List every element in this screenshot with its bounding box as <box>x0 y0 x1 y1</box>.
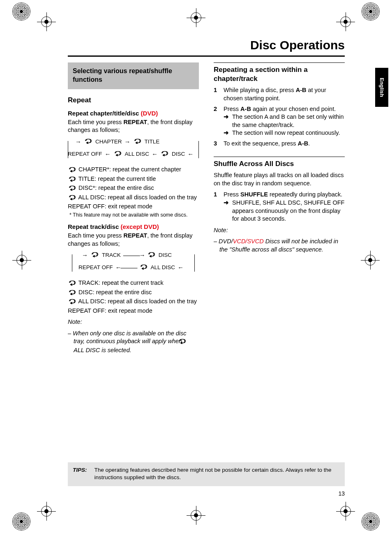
arrow-left-icon: ← <box>105 150 111 158</box>
list-item: 3 To exit the sequence, press A-B. <box>214 140 345 148</box>
shuffle-heading: Shuffle Across All Discs <box>214 157 345 169</box>
tips-label: TIPS: <box>73 466 87 481</box>
arrow-left-icon: ←——— <box>115 263 137 272</box>
arrow-right-icon: ➜ <box>224 129 229 137</box>
note-body: – DVD/VCD/SVCD Discs will not be include… <box>214 238 345 254</box>
crosshair-icon <box>361 251 380 270</box>
arrow-left-icon: ← <box>152 150 158 158</box>
crosshair-icon <box>336 502 355 521</box>
arrow-right-icon: ➜ <box>224 199 229 223</box>
list-item: 1 Press SHUFFLE repeatedly during playba… <box>214 191 345 223</box>
content-area: Disc Operations English Selecting variou… <box>68 37 345 500</box>
page-number: 13 <box>338 490 345 498</box>
repeat-icon <box>68 298 77 307</box>
note-body: – When only one disc is available on the… <box>68 330 199 355</box>
text-red: (except DVD) <box>120 223 159 230</box>
registration-mark <box>362 2 380 21</box>
page-title: Disc Operations <box>68 37 345 57</box>
arrow-left-icon: ← <box>187 150 194 158</box>
tips-text: The operating features described here mi… <box>95 466 340 481</box>
tips-box: TIPS: The operating features described h… <box>68 462 345 486</box>
paragraph: Each time you press REPEAT, the front di… <box>68 118 199 134</box>
left-column: Selecting various repeat/shuffle functio… <box>68 62 199 358</box>
arrow-right-icon: → <box>82 251 88 259</box>
columns: Selecting various repeat/shuffle functio… <box>68 62 345 358</box>
text: Repeat track/disc <box>68 223 120 230</box>
repeat-icon <box>133 138 142 146</box>
repeat-icon <box>68 194 77 203</box>
note-label: Note: <box>214 226 345 235</box>
text: Repeat chapter/title/disc <box>68 110 141 117</box>
arrow-right-icon: → <box>125 138 131 146</box>
shuffle-steps: 1 Press SHUFFLE repeatedly during playba… <box>214 191 345 223</box>
repeat-nondvd-sequence: → TRACK ———→ DISC REPEAT OFF ←——— ALL DI… <box>68 251 199 275</box>
repeat-icon <box>160 150 169 158</box>
paragraph: Each time you press REPEAT, the front di… <box>68 232 199 248</box>
page: Disc Operations English Selecting variou… <box>0 0 392 533</box>
repeat-icon <box>68 185 77 193</box>
repeat-dvd-sequence: → CHAPTER → TITLE REPEAT OFF ← ALL DISC … <box>68 138 199 162</box>
repeat-icon <box>68 166 77 175</box>
repeat-icon <box>68 280 77 288</box>
footnote: * This feature may not be available with… <box>68 212 199 219</box>
arrow-right-icon: ———→ <box>123 251 145 259</box>
repeat-icon <box>113 150 122 158</box>
repeat-nondvd-subheading: Repeat track/disc (except DVD) <box>68 223 199 231</box>
repeat-nondvd-definitions: TRACK: repeat the current track DISC: re… <box>68 279 199 315</box>
arrow-right-icon: ➜ <box>224 113 229 129</box>
crosshair-icon <box>37 12 56 31</box>
crosshair-icon <box>12 251 31 270</box>
repeat-dvd-subheading: Repeat chapter/title/disc (DVD) <box>68 109 199 118</box>
repeat-icon <box>68 176 77 184</box>
ab-steps: 1 While playing a disc, press A-B at you… <box>214 86 345 148</box>
registration-mark <box>12 512 30 531</box>
list-item: 2 Press A-B again at your chosen end poi… <box>214 105 345 137</box>
repeat-icon <box>68 289 77 298</box>
repeat-icon <box>90 252 99 259</box>
text-red: (DVD) <box>141 110 158 117</box>
repeat-icon <box>84 138 93 146</box>
registration-mark <box>362 512 380 531</box>
ab-heading: Repeating a section within a chapter/tra… <box>214 62 345 84</box>
right-column: Repeating a section within a chapter/tra… <box>214 62 345 358</box>
paragraph: Shuffle feature plays all tracks on all … <box>214 171 345 187</box>
section-box-heading: Selecting various repeat/shuffle functio… <box>68 62 199 89</box>
arrow-right-icon: → <box>75 138 81 146</box>
crosshair-icon <box>187 506 205 525</box>
note-label: Note: <box>68 318 199 326</box>
list-item: 1 While playing a disc, press A-B at you… <box>214 86 345 102</box>
repeat-dvd-definitions: CHAPTER*: repeat the current chapter TIT… <box>68 166 199 211</box>
repeat-icon <box>139 264 148 272</box>
crosshair-icon <box>187 8 205 27</box>
language-tab: English <box>375 68 388 107</box>
registration-mark <box>12 2 30 21</box>
crosshair-icon <box>336 12 355 31</box>
crosshair-icon <box>37 502 56 521</box>
repeat-icon <box>147 252 156 259</box>
arrow-left-icon: ← <box>178 263 184 272</box>
repeat-heading: Repeat <box>68 96 199 105</box>
repeat-icon <box>184 338 187 346</box>
